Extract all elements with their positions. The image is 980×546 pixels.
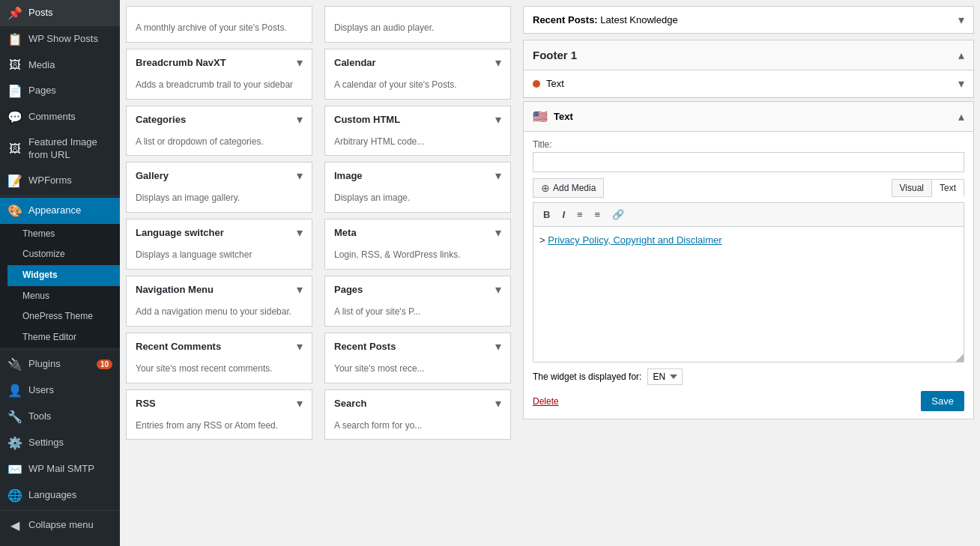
- widget-audio-header-col2[interactable]: [325, 7, 510, 19]
- widget-search-header[interactable]: Search ▾: [325, 390, 510, 416]
- sidebar-item-posts[interactable]: 📌 Posts: [0, 0, 120, 26]
- widget-gallery: Gallery ▾ Displays an image gallery.: [126, 162, 312, 213]
- widget-breadcrumb-header[interactable]: Breadcrumb NavXT ▾: [127, 49, 312, 76]
- widget-pages-header[interactable]: Pages ▾: [325, 276, 510, 303]
- sidebar-item-label: Users: [28, 384, 112, 397]
- ordered-list-button[interactable]: ≡: [590, 206, 606, 223]
- active-indicator: [117, 198, 120, 224]
- widget-navigation-menu-title: Navigation Menu: [136, 284, 214, 295]
- text-widget-row[interactable]: Text ▾: [524, 70, 973, 97]
- widget-calendar-header[interactable]: Calendar ▾: [325, 49, 510, 76]
- footer1-header[interactable]: Footer 1 ▴: [524, 40, 973, 70]
- widget-search-desc: A search form for yo...: [325, 416, 510, 440]
- sidebar-divider: [0, 195, 120, 196]
- sidebar-item-themes[interactable]: Themes: [7, 224, 120, 245]
- sidebar-item-onepress-theme[interactable]: OnePress Theme: [7, 306, 120, 327]
- widget-rss-header[interactable]: RSS ▾: [127, 390, 312, 416]
- sidebar-item-label: Comments: [28, 111, 112, 124]
- privacy-policy-link[interactable]: Privacy Policy, Copyright and Disclaimer: [548, 234, 722, 246]
- widget-language-switcher: Language switcher ▾ Displays a language …: [126, 219, 312, 270]
- unordered-list-button[interactable]: ≡: [572, 206, 588, 223]
- title-input[interactable]: [533, 152, 964, 172]
- sidebar-sub-label: Theme Editor: [22, 332, 112, 344]
- widget-recent-posts-desc: Your site's most rece...: [325, 360, 510, 383]
- link-button[interactable]: 🔗: [607, 206, 629, 223]
- flag-icon: 🇺🇸: [533, 109, 548, 124]
- sidebar-item-users[interactable]: 👤 Users: [0, 377, 120, 404]
- widget-custom-html-header[interactable]: Custom HTML ▾: [325, 106, 510, 133]
- collapse-icon: ◀: [7, 518, 22, 533]
- media-icon: 🖼: [7, 58, 22, 72]
- widget-audio-header[interactable]: [127, 7, 312, 19]
- sidebar-item-theme-editor[interactable]: Theme Editor: [7, 327, 120, 348]
- sidebar-sub-label: Themes: [22, 228, 112, 240]
- widget-language-switcher-title: Language switcher: [136, 227, 224, 238]
- sidebar-item-plugins[interactable]: 🔌 Plugins 10: [0, 351, 120, 377]
- sidebar-item-tools[interactable]: 🔧 Tools: [0, 404, 120, 430]
- widget-recent-posts: Recent Posts ▾ Your site's most rece...: [324, 333, 511, 383]
- chevron-down-icon: ▾: [495, 112, 501, 127]
- editor-content[interactable]: > Privacy Policy, Copyright and Disclaim…: [533, 227, 964, 362]
- sidebar-item-label: Languages: [28, 489, 112, 502]
- text-tab[interactable]: Text: [931, 179, 964, 197]
- widget-custom-html-desc: Arbitrary HTML code...: [325, 133, 510, 156]
- sidebar-sub-label: Widgets: [22, 270, 112, 282]
- chevron-down-icon: ▾: [495, 225, 501, 240]
- save-button[interactable]: Save: [921, 391, 964, 411]
- add-media-button[interactable]: ⊕ Add Media: [533, 178, 604, 198]
- sidebar-item-settings[interactable]: ⚙️ Settings: [0, 430, 120, 456]
- chevron-down-icon: ▾: [297, 55, 303, 70]
- widget-navigation-menu-header[interactable]: Navigation Menu ▾: [127, 276, 312, 303]
- pages-icon: 📄: [7, 84, 22, 98]
- widget-meta-header[interactable]: Meta ▾: [325, 219, 510, 246]
- chevron-down-icon: ▾: [495, 282, 501, 297]
- sidebar-item-wp-show-posts[interactable]: 📋 WP Show Posts: [0, 26, 120, 52]
- widget-custom-html: Custom HTML ▾ Arbitrary HTML code...: [324, 106, 511, 157]
- sidebar-item-media[interactable]: 🖼 Media: [0, 52, 120, 78]
- widget-gallery-header[interactable]: Gallery ▾: [127, 163, 312, 189]
- widget-categories-header[interactable]: Categories ▾: [127, 106, 312, 133]
- widget-navigation-menu-desc: Add a navigation menu to your sidebar.: [127, 303, 312, 326]
- sidebar-item-appearance[interactable]: 🎨 Appearance: [0, 198, 120, 224]
- languages-icon: 🌐: [7, 488, 22, 503]
- sidebar-item-collapse[interactable]: ◀ Collapse menu: [0, 512, 120, 539]
- widget-recent-posts-header[interactable]: Recent Posts ▾: [325, 333, 510, 360]
- chevron-down-icon: ▾: [495, 339, 501, 354]
- sidebar-divider: [0, 510, 120, 511]
- chevron-down-icon[interactable]: ▾: [958, 13, 964, 27]
- delete-save-row: Delete Save: [533, 391, 964, 411]
- posts-icon: 📌: [7, 6, 22, 20]
- delete-link[interactable]: Delete: [533, 396, 559, 407]
- sidebar-item-wp-mail-smtp[interactable]: ✉️ WP Mail SMTP: [0, 456, 120, 482]
- featured-image-icon: 🖼: [7, 142, 22, 156]
- sidebar-item-menus[interactable]: Menus: [7, 286, 120, 307]
- editor-toolbar: ⊕ Add Media Visual Text: [533, 178, 964, 198]
- widget-calendar-desc: A calendar of your site's Posts.: [325, 76, 510, 99]
- widget-breadcrumb: Breadcrumb NavXT ▾ Adds a breadcrumb tra…: [126, 49, 312, 100]
- resize-handle[interactable]: [956, 354, 964, 362]
- widget-recent-posts-title: Recent Posts: [334, 341, 396, 352]
- sidebar-sub-label: Menus: [22, 291, 112, 303]
- chevron-down-icon: ▾: [297, 112, 303, 127]
- text-widget-exp-title: 🇺🇸 Text: [533, 109, 573, 124]
- sidebar-item-featured-image[interactable]: 🖼 Featured Image from URL: [0, 130, 120, 168]
- chevron-down-icon: ▾: [495, 396, 501, 410]
- language-select[interactable]: EN All: [647, 368, 683, 385]
- bold-button[interactable]: B: [538, 206, 555, 223]
- recent-posts-row: Recent Posts: Latest Knowledge ▾: [524, 7, 973, 33]
- sidebar-item-pages[interactable]: 📄 Pages: [0, 78, 120, 104]
- visual-tab[interactable]: Visual: [892, 179, 931, 197]
- widget-search-title: Search: [334, 398, 366, 409]
- sidebar-item-wpforms[interactable]: 📝 WPForms: [0, 168, 120, 194]
- widget-image-header[interactable]: Image ▾: [325, 163, 510, 189]
- sidebar-item-languages[interactable]: 🌐 Languages: [0, 482, 120, 509]
- widget-rss: RSS ▾ Entries from any RSS or Atom feed.: [126, 389, 312, 440]
- widget-recent-comments-header[interactable]: Recent Comments ▾: [127, 333, 312, 360]
- sidebar-item-widgets[interactable]: Widgets: [7, 265, 120, 286]
- widget-language-switcher-header[interactable]: Language switcher ▾: [127, 219, 312, 246]
- sidebar-item-comments[interactable]: 💬 Comments: [0, 104, 120, 130]
- sidebar-item-customize[interactable]: Customize: [7, 244, 120, 265]
- italic-button[interactable]: I: [557, 206, 570, 223]
- title-label: Title:: [533, 139, 964, 150]
- text-widget-exp-header[interactable]: 🇺🇸 Text ▴: [524, 102, 973, 132]
